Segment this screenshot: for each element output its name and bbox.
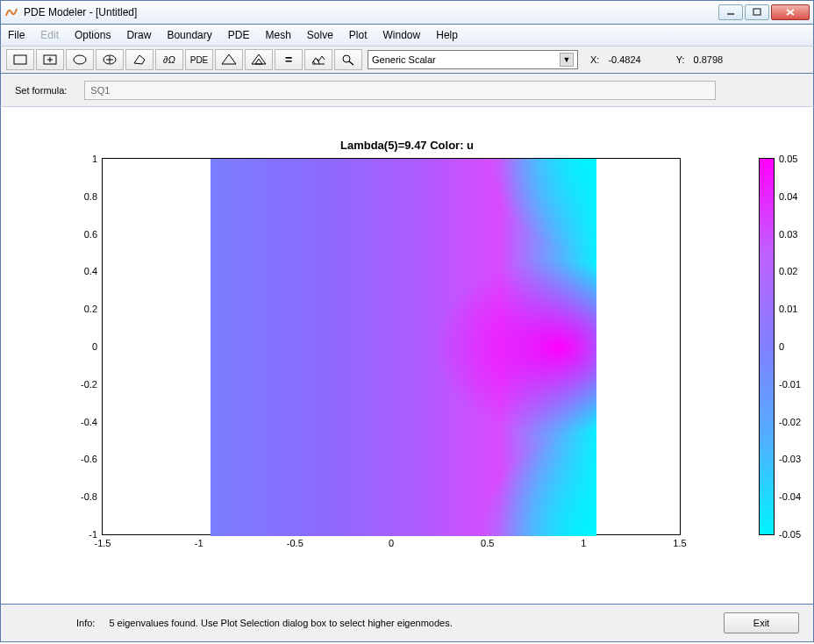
info-label: Info:: [76, 618, 95, 628]
ytick: 1: [71, 154, 97, 164]
pde-button[interactable]: PDE: [185, 49, 213, 70]
ytick: -0.6: [71, 454, 97, 464]
ytick: -1: [71, 529, 97, 540]
cbtick: -0.02: [779, 417, 801, 427]
title-bar: PDE Modeler - [Untitled]: [0, 0, 814, 25]
cbtick: -0.04: [779, 491, 801, 502]
menu-file[interactable]: File: [8, 29, 25, 41]
ytick: 0.6: [71, 229, 97, 240]
rectangle-icon[interactable]: [6, 49, 34, 70]
window-title: PDE Modeler - [Untitled]: [24, 6, 718, 18]
info-bar: Info: 5 eigenvalues found. Use Plot Sele…: [0, 604, 814, 642]
svg-rect-1: [753, 9, 760, 15]
chevron-down-icon: ▼: [560, 53, 574, 67]
plot-title: Lambda(5)=9.47 Color: u: [340, 139, 474, 152]
cbtick: 0.04: [779, 191, 797, 202]
heatmap-surface: [211, 159, 596, 536]
polygon-icon[interactable]: [125, 49, 154, 70]
exit-button[interactable]: Exit: [724, 612, 799, 633]
formula-label: Set formula:: [15, 85, 67, 96]
solve-button[interactable]: =: [275, 49, 303, 70]
svg-line-15: [255, 59, 259, 64]
formula-bar: Set formula:: [0, 74, 814, 107]
svg-point-8: [74, 55, 86, 64]
xtick: 0: [389, 538, 394, 548]
menu-window[interactable]: Window: [383, 29, 421, 41]
menu-mesh[interactable]: Mesh: [265, 29, 290, 41]
svg-marker-12: [134, 55, 145, 64]
xtick: 0.5: [481, 538, 494, 548]
svg-marker-13: [222, 54, 236, 64]
menu-pde[interactable]: PDE: [228, 29, 250, 41]
info-message: 5 eigenvalues found. Use Plot Selection …: [109, 618, 724, 628]
xtick: 1: [581, 538, 586, 548]
cbtick: 0.01: [779, 304, 797, 314]
cbtick: -0.05: [779, 529, 801, 540]
axes[interactable]: 1 0.8 0.6 0.4 0.2 0 -0.2 -0.4 -0.6 -0.8 …: [102, 158, 681, 535]
ytick: -0.2: [71, 379, 97, 390]
ellipse-center-icon[interactable]: [96, 49, 124, 70]
plot3d-icon[interactable]: [304, 49, 332, 70]
formula-input[interactable]: [84, 81, 716, 100]
xtick: -1: [195, 538, 204, 548]
menu-boundary[interactable]: Boundary: [167, 29, 211, 41]
application-mode-dropdown[interactable]: Generic Scalar ▼: [368, 50, 578, 69]
cbtick: 0.02: [779, 266, 797, 276]
ytick: -0.4: [71, 417, 97, 427]
menu-draw[interactable]: Draw: [126, 29, 151, 41]
rectangle-center-icon[interactable]: [36, 49, 64, 70]
plot-area: Lambda(5)=9.47 Color: u 1 0.8 0.6 0.4 0.…: [0, 107, 814, 604]
svg-line-16: [259, 59, 262, 64]
cbtick: 0: [779, 341, 784, 352]
ytick: 0.4: [71, 266, 97, 276]
menu-plot[interactable]: Plot: [349, 29, 368, 41]
app-logo-icon: [4, 5, 18, 19]
menu-help[interactable]: Help: [436, 29, 458, 41]
xtick: -0.5: [287, 538, 303, 548]
ytick: 0.8: [71, 191, 97, 202]
xtick: -1.5: [95, 538, 111, 548]
coordinate-readout: X:-0.4824 Y:0.8798: [590, 54, 723, 65]
svg-line-19: [349, 61, 353, 65]
cbtick: -0.03: [779, 454, 801, 464]
svg-point-18: [343, 55, 350, 62]
cbtick: -0.01: [779, 379, 801, 390]
close-button[interactable]: [771, 4, 810, 20]
toolbar: ∂Ω PDE = Generic Scalar ▼ X:-0.4824 Y:0.…: [0, 46, 814, 74]
xtick: 1.5: [673, 538, 686, 548]
maximize-button[interactable]: [745, 4, 769, 20]
cbtick: 0.05: [779, 154, 797, 164]
menu-edit[interactable]: Edit: [40, 29, 59, 41]
menu-bar: File Edit Options Draw Boundary PDE Mesh…: [0, 25, 814, 46]
refine-mesh-icon[interactable]: [245, 49, 273, 70]
cbtick: 0.03: [779, 229, 797, 240]
menu-options[interactable]: Options: [75, 29, 111, 41]
menu-solve[interactable]: Solve: [307, 29, 333, 41]
minimize-button[interactable]: [718, 4, 743, 20]
ellipse-icon[interactable]: [66, 49, 94, 70]
colorbar: 0.05 0.04 0.03 0.02 0.01 0 -0.01 -0.02 -…: [759, 158, 775, 535]
ytick: -0.8: [71, 491, 97, 502]
zoom-icon[interactable]: [334, 49, 362, 70]
svg-rect-4: [14, 55, 26, 64]
boundary-button[interactable]: ∂Ω: [155, 49, 183, 70]
ytick: 0.2: [71, 304, 97, 314]
mesh-icon[interactable]: [215, 49, 243, 70]
dropdown-value: Generic Scalar: [372, 54, 436, 65]
ytick: 0: [71, 341, 97, 352]
